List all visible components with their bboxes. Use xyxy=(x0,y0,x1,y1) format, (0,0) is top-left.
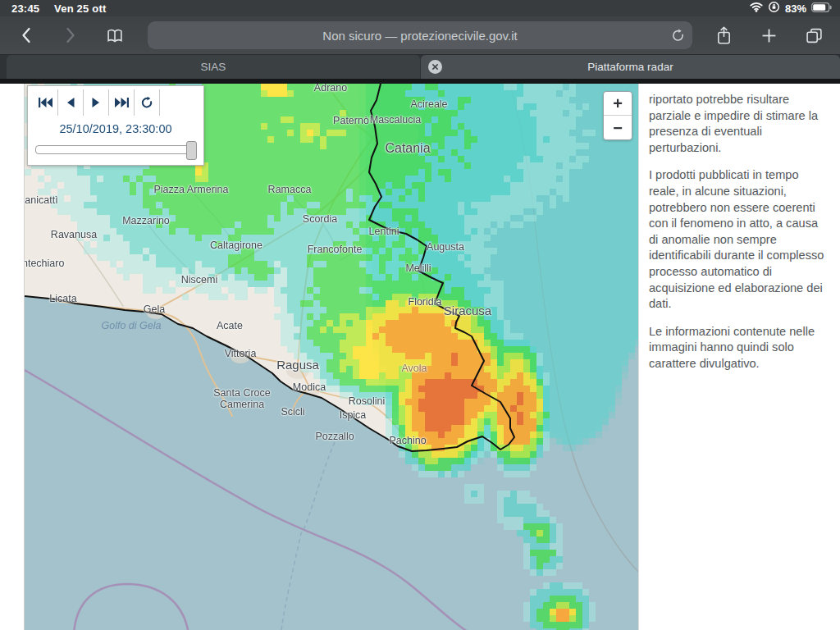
map-label: Ravanusa xyxy=(51,230,97,241)
play-button[interactable] xyxy=(84,89,109,116)
map-label: Avola xyxy=(401,363,427,375)
status-bar: 23:45 Ven 25 ott 83% xyxy=(0,0,840,16)
map-label: Montechiaro xyxy=(25,258,64,270)
share-icon xyxy=(716,26,732,45)
address-bar[interactable]: Non sicuro — protezionecivile.gov.it xyxy=(148,21,692,49)
play-icon xyxy=(90,97,102,108)
map-label: Caltagirone xyxy=(210,240,262,252)
sidebar-paragraph: Le informazioni contenute nelle immagini… xyxy=(649,324,829,372)
refresh-button[interactable] xyxy=(135,89,160,116)
tab-piattaforma-radar[interactable]: Piattaforma radar xyxy=(421,55,840,79)
battery-icon xyxy=(811,2,832,15)
rotation-lock-icon xyxy=(768,1,780,16)
map-label: Melilli xyxy=(405,263,431,275)
plus-icon xyxy=(761,28,777,43)
tab-bar: SIAS Piattaforma radar xyxy=(0,55,840,79)
map-label: Santa Croce Camerina xyxy=(213,388,270,411)
page-left-gutter xyxy=(0,84,25,630)
map-label: Francofonte xyxy=(308,244,363,256)
battery-percent: 83% xyxy=(785,2,806,15)
map-label: Catania xyxy=(385,141,430,156)
map-label: Siracusa xyxy=(444,304,491,318)
close-icon xyxy=(431,63,439,71)
map-label: Rosolini xyxy=(349,396,385,408)
map-label: Golfo di Gela xyxy=(102,321,162,332)
ipad-safari-window: 23:45 Ven 25 ott 83% xyxy=(0,0,840,630)
map-label: Scicli xyxy=(281,407,304,418)
close-tab-button[interactable] xyxy=(428,60,442,74)
reload-icon xyxy=(671,29,685,43)
map-label: Floridia xyxy=(409,297,442,308)
map-label: Ispica xyxy=(340,410,367,422)
map-label: Gela xyxy=(144,304,165,316)
timeline-datetime: 25/10/2019, 23:30:00 xyxy=(28,122,203,135)
status-time: 23:45 xyxy=(11,2,39,15)
reload-button[interactable] xyxy=(670,28,685,43)
map-label: Modica xyxy=(293,382,326,394)
forward-button[interactable] xyxy=(54,16,87,54)
map-label: Lentini xyxy=(369,226,399,238)
map-label: Mazzarino xyxy=(122,216,170,227)
playback-controls xyxy=(33,89,160,116)
map-label: Piazza Armerina xyxy=(153,185,228,196)
map-label: Pozzallo xyxy=(315,431,354,443)
skip-to-start-button[interactable] xyxy=(33,89,58,116)
book-icon xyxy=(107,29,123,43)
skip-to-end-icon xyxy=(114,97,130,108)
bookmarks-button[interactable] xyxy=(98,16,131,54)
map-label: Scordia xyxy=(303,214,337,226)
tab-sias-label: SIAS xyxy=(201,61,226,73)
step-back-icon xyxy=(65,97,76,108)
map-label: Augusta xyxy=(427,242,464,253)
back-button[interactable] xyxy=(10,16,43,54)
address-bar-text: Non sicuro — protezionecivile.gov.it xyxy=(322,29,517,43)
info-sidebar: riportato potrebbe risultare parziale e … xyxy=(638,84,840,630)
map-label: Ragusa xyxy=(276,358,319,372)
map-label: Adrano xyxy=(314,84,347,94)
map-label: Vittoria xyxy=(225,349,257,360)
zoom-in-button[interactable]: + xyxy=(604,92,632,116)
browser-toolbar: Non sicuro — protezionecivile.gov.it xyxy=(0,16,840,55)
map-label: Acireale xyxy=(410,99,447,111)
share-button[interactable] xyxy=(707,16,740,54)
map-label: Niscemi xyxy=(181,275,217,286)
map-label: Licata xyxy=(49,294,76,305)
map-label: Ramacca xyxy=(268,185,312,196)
wifi-icon xyxy=(750,2,763,15)
refresh-icon xyxy=(139,96,154,109)
sidebar-paragraph: I prodotti pubblicati in tempo reale, in… xyxy=(649,167,829,312)
map-label: Pachino xyxy=(389,436,426,447)
map-label: Paternò xyxy=(333,116,369,127)
timeline-slider-thumb[interactable] xyxy=(186,141,197,160)
forward-chevron-icon xyxy=(66,27,75,43)
status-date: Ven 25 ott xyxy=(54,2,106,15)
map-viewport[interactable]: AdranoAcirealePaternòMascaluciaCataniaCa… xyxy=(25,84,638,630)
tab-overview-button[interactable] xyxy=(797,16,830,54)
map-zoom-control: + − xyxy=(603,91,632,140)
map-label: Canicattì xyxy=(25,195,58,207)
back-chevron-icon xyxy=(21,27,31,43)
tabs-icon xyxy=(806,28,823,43)
timeline-panel: 25/10/2019, 23:30:00 xyxy=(27,85,204,166)
skip-to-end-button[interactable] xyxy=(109,89,135,116)
sidebar-paragraph: riportato potrebbe risultare parziale e … xyxy=(649,92,829,156)
tab-sias[interactable]: SIAS xyxy=(7,55,420,79)
skip-to-start-icon xyxy=(38,97,53,108)
tab-radar-label: Piattaforma radar xyxy=(587,61,673,73)
step-back-button[interactable] xyxy=(58,89,84,116)
map-label: Acate xyxy=(217,321,243,332)
timeline-slider[interactable] xyxy=(35,145,196,154)
new-tab-button[interactable] xyxy=(752,16,785,54)
zoom-out-button[interactable]: − xyxy=(604,116,632,139)
map-label: Mascalucia xyxy=(370,115,422,126)
